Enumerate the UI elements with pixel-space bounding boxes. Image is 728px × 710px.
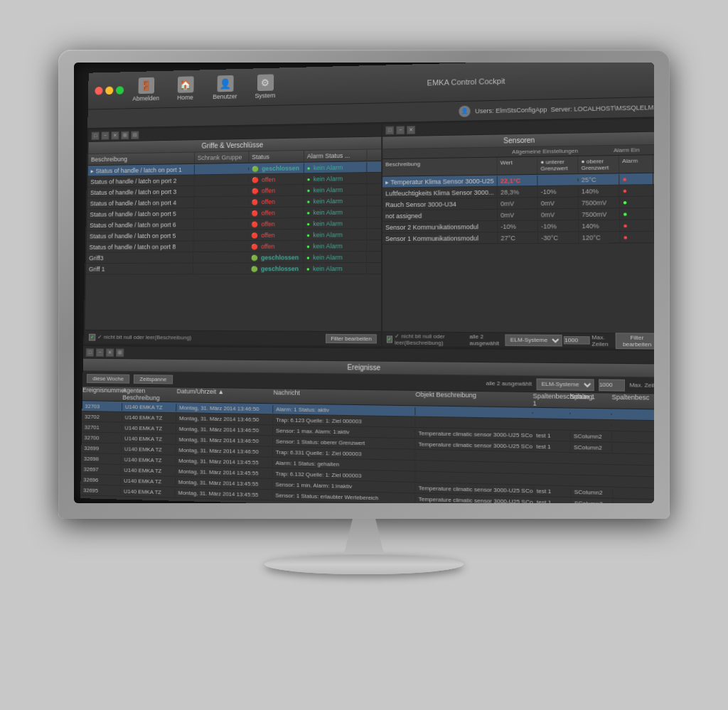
- ecol-header-sp2: Spalte 1: [570, 392, 612, 408]
- sensor-wert: 0mV: [498, 198, 538, 208]
- sensoren-filter-checkbox[interactable]: ✓ ✓ nicht bit null oder leer(Beschreibun…: [387, 332, 469, 345]
- monitor-neck: [336, 519, 392, 554]
- home-label: Home: [177, 94, 193, 101]
- griffe-filter-checkbox[interactable]: ✓ ✓ nicht bit null oder leer(Beschreibun…: [89, 333, 192, 341]
- griffe-status: 🔴 offen: [249, 196, 304, 206]
- ecol-objekt: Temperature climatic sensor 3000-U25 SCo…: [415, 429, 533, 439]
- griffe-table-row[interactable]: Griff3 🟢 geschlossen ● kein Alarm: [86, 252, 381, 264]
- sensoren-title: Sensoren: [503, 136, 535, 144]
- sensor-table-row[interactable]: Sensor 1 Kommunikationsmodul 27°C -30°C …: [382, 231, 654, 244]
- ecol-datum: Montag, 31. März 2014 13:46:50: [176, 403, 273, 412]
- ecol-datum: Montag, 31. März 2014 13:45:55: [176, 488, 273, 499]
- ecol-nachricht: Sensor: 1 min. Alarm: 1:inaktiv: [272, 480, 415, 491]
- sensor-desc: Luftfeuchtigkeits Klima Sensor 3000...: [382, 187, 498, 198]
- ecol-sp2: [570, 424, 611, 426]
- griffe-gruppe: [194, 189, 249, 193]
- griffe-desc: Status of handle / latch on port 2: [87, 175, 194, 185]
- sensor-alarm: ●: [620, 196, 654, 208]
- griffe-alarm: ● kein Alarm: [304, 229, 367, 239]
- griffe-filter-btn[interactable]: Filter bearbeiten: [326, 333, 377, 343]
- benutzer-button[interactable]: 👤 Benutzer: [206, 70, 244, 104]
- sensoren-toolbar-btn3[interactable]: ✕: [407, 125, 415, 134]
- home-button[interactable]: 🏠 Home: [166, 72, 203, 105]
- ecol-agent: U140 EMKA TZ: [122, 424, 176, 432]
- sensor-ober: 7500mV: [579, 208, 620, 219]
- ereignisse-tb3[interactable]: ✕: [106, 348, 114, 356]
- griffe-filter-text: ✓ nicht bit null oder leer(Beschreibung): [97, 333, 191, 340]
- griffe-table-row[interactable]: Status of handle / latch on port 5 🔴 off…: [87, 229, 381, 242]
- griffe-status: 🟢 geschlossen: [248, 263, 304, 273]
- griffe-alarm: ● kein Alarm: [304, 184, 368, 195]
- system-button[interactable]: ⚙ System: [246, 70, 284, 104]
- sensoren-toolbar-btn2[interactable]: −: [396, 125, 405, 134]
- ereignisse-tb1[interactable]: □: [86, 348, 94, 356]
- ecol-objekt: Temperature climatic sensor 3000-U25 SCo…: [415, 483, 533, 495]
- sensor-ober: 7500mV: [579, 197, 620, 208]
- griffe-toolbar-btn4[interactable]: ⊞: [121, 131, 129, 139]
- events-max-input[interactable]: [599, 378, 626, 390]
- griffe-status: 🟢 geschlossen: [248, 252, 304, 262]
- ecol-header-agent: Agenten Beschreibung: [122, 387, 176, 402]
- griffe-table-row[interactable]: Griff 1 🟢 geschlossen ● kein Alarm: [86, 262, 381, 274]
- ereignisse-table-body: 32703 U140 EMKA TZ Montag, 31. März 2014…: [80, 401, 654, 503]
- abmelden-button[interactable]: 🚪 Abmelden: [127, 72, 164, 106]
- ecol-objekt: [415, 453, 533, 458]
- monitor-base: [264, 554, 464, 574]
- griffe-toolbar-btn1[interactable]: □: [91, 131, 99, 139]
- screen-content: 🚪 Abmelden 🏠 Home 👤 Benutzer ⚙ System: [80, 63, 654, 503]
- ecol-nr: 32701: [82, 423, 122, 431]
- home-icon: 🏠: [177, 76, 193, 92]
- griffe-toolbar-btn5[interactable]: ⊟: [131, 130, 139, 139]
- sensor-alarm: ●: [620, 220, 654, 231]
- ereignisse-tb4[interactable]: ⊞: [116, 348, 124, 356]
- griffe-gruppe: [193, 267, 248, 269]
- ecol-agent: U140 EMKA TZ: [122, 402, 176, 411]
- zeitspanne-btn[interactable]: Zeitspanne: [134, 374, 173, 383]
- ecol-datum: Montag, 31. März 2014 13:45:55: [176, 478, 273, 488]
- griffe-alarm: ● kein Alarm: [304, 252, 367, 262]
- griffe-status: 🔴 offen: [248, 230, 304, 240]
- sensor-desc: Rauch Sensor 3000-U34: [382, 198, 498, 210]
- griffe-table-row[interactable]: Status of handle / latch on port 8 🔴 off…: [87, 240, 381, 253]
- ecol-sp2: SColumn2: [571, 487, 613, 496]
- ecol-header-sp1: Spaltenbeschriftung 1: [532, 392, 570, 407]
- col-header-alarm: Alarm Status ...: [304, 149, 368, 161]
- close-btn[interactable]: [95, 86, 102, 95]
- ecol-header-nr: Ereignisnummer: [82, 386, 123, 400]
- ecol-sp3: [612, 436, 654, 439]
- griffe-toolbar-btn2[interactable]: −: [101, 131, 109, 139]
- ecol-sp3: [612, 458, 654, 461]
- min-btn[interactable]: [105, 86, 113, 95]
- ecol-sp1: test 1: [534, 497, 572, 503]
- main-area: □ − ✕ ⊞ ⊟ Griffe & Verschlüsse Beschreib…: [83, 117, 654, 349]
- sensoren-filter-btn[interactable]: Filter bearbeiten: [615, 332, 654, 348]
- sensor-col-unter: ● unterer Grenzwert: [537, 156, 578, 173]
- sensoren-elm-select[interactable]: ELM-Systeme: [505, 333, 562, 345]
- abmelden-icon: 🚪: [138, 77, 154, 93]
- griffe-desc: Status of handle / latch on port 3: [87, 186, 194, 197]
- sensor-table-row[interactable]: Sensor 2 Kommunikationsmodul -10% -10% 1…: [382, 220, 654, 233]
- sensoren-toolbar-btn1[interactable]: □: [385, 125, 394, 134]
- sensoren-max-input[interactable]: [564, 335, 590, 344]
- griffe-panel: □ − ✕ ⊞ ⊟ Griffe & Verschlüsse Beschreib…: [85, 124, 381, 345]
- benutzer-label: Benutzer: [213, 92, 237, 99]
- griffe-status: 🔴 offen: [249, 173, 304, 184]
- ereignisse-tb2[interactable]: −: [96, 348, 104, 356]
- griffe-checkbox-icon[interactable]: ✓: [89, 333, 96, 340]
- col-header-status: Status: [249, 151, 304, 163]
- sensoren-filter-text: ✓ nicht bit null oder leer(Beschreibung): [395, 332, 469, 345]
- sensoren-checkbox-icon[interactable]: ✓: [387, 335, 392, 342]
- sensor-wert: 0mV: [498, 209, 538, 220]
- griffe-gruppe: [194, 200, 249, 203]
- sensor-wert: 27°C: [498, 232, 538, 242]
- griffe-gruppe: [194, 222, 249, 225]
- ecol-sp3: [613, 480, 654, 483]
- diese-woche-btn[interactable]: diese Woche: [87, 374, 130, 383]
- events-elm-select[interactable]: ELM-Systeme: [536, 377, 594, 390]
- monitor-body: 🚪 Abmelden 🏠 Home 👤 Benutzer ⚙ System: [58, 50, 670, 519]
- max-btn[interactable]: [116, 86, 124, 95]
- sensor-ober: 120°C: [579, 232, 620, 242]
- ecol-sp2: SColumn2: [571, 431, 613, 441]
- ecol-nr: 32697: [81, 465, 122, 473]
- griffe-toolbar-btn3[interactable]: ✕: [111, 131, 119, 139]
